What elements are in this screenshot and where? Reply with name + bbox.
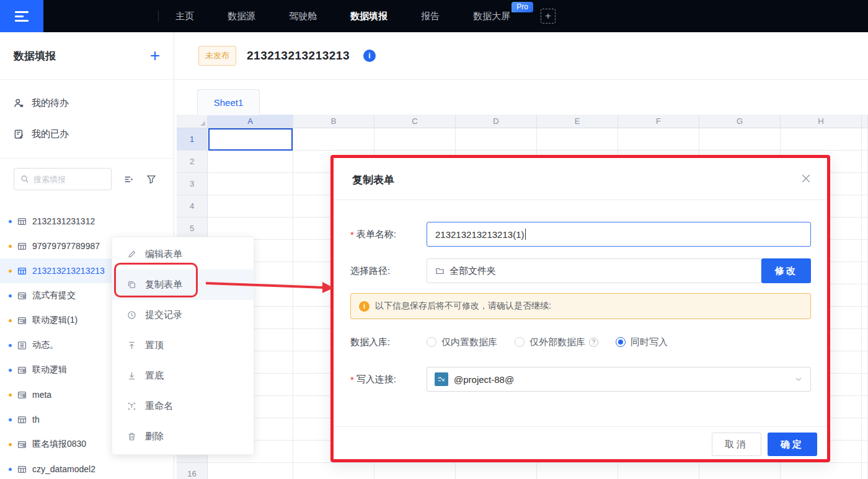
form-name-input[interactable]: 213213213213213(1): [427, 222, 811, 247]
modify-path-button[interactable]: 修改: [761, 258, 811, 283]
radio-option-仅外部数据库[interactable]: 仅外部数据库?: [515, 336, 598, 348]
row-header-4[interactable]: 4: [177, 195, 208, 218]
row-header-16[interactable]: 16: [177, 463, 208, 479]
cell[interactable]: [862, 463, 868, 479]
selected-cell-a1[interactable]: [208, 128, 293, 151]
search-box[interactable]: [14, 168, 112, 190]
edit-icon: [127, 250, 136, 259]
search-input[interactable]: [33, 175, 102, 184]
column-header-G[interactable]: G: [699, 115, 781, 128]
cell[interactable]: [862, 284, 868, 307]
cell[interactable]: [374, 463, 456, 479]
add-module-icon[interactable]: +: [541, 9, 556, 24]
cell[interactable]: [862, 151, 868, 173]
confirm-button[interactable]: 确定: [768, 433, 817, 456]
cell[interactable]: [862, 396, 868, 418]
nav-item-数据源[interactable]: 数据源: [211, 0, 272, 32]
column-header-H[interactable]: H: [781, 115, 862, 128]
row-header-3[interactable]: 3: [177, 173, 208, 195]
storage-label: 数据入库:: [350, 330, 423, 354]
help-icon[interactable]: ?: [589, 338, 598, 347]
cell[interactable]: [456, 128, 537, 151]
cell[interactable]: [862, 351, 868, 374]
column-header-A[interactable]: A: [208, 115, 293, 128]
filter-icon[interactable]: [146, 175, 156, 184]
column-header-F[interactable]: F: [618, 115, 699, 128]
cell[interactable]: [862, 441, 868, 463]
cell[interactable]: [862, 173, 868, 195]
cell[interactable]: [537, 128, 618, 151]
copy-icon: [127, 280, 136, 289]
pro-badge: Pro: [512, 2, 533, 12]
column-header-E[interactable]: E: [537, 115, 618, 128]
list-item[interactable]: czy_datamodel2: [0, 457, 173, 479]
required-asterisk: *: [350, 229, 354, 240]
list-item[interactable]: 2132131231312: [0, 217, 173, 234]
dialog-title: 复制表单: [352, 173, 394, 187]
connection-select[interactable]: @project-88@: [427, 367, 811, 392]
cell[interactable]: [862, 195, 868, 218]
menu-item-删除[interactable]: 删除: [112, 421, 254, 452]
cell[interactable]: [208, 151, 293, 173]
column-header-C[interactable]: C: [374, 115, 456, 128]
nav-items: 主页数据源驾驶舱数据填报报告数据大屏Pro: [159, 0, 527, 32]
cell[interactable]: [862, 218, 868, 240]
cell[interactable]: [537, 463, 618, 479]
cell[interactable]: [208, 173, 293, 195]
menu-item-复制表单[interactable]: 复制表单: [112, 270, 254, 300]
cell[interactable]: [456, 463, 537, 479]
warning-info-icon: i: [359, 301, 370, 312]
cell[interactable]: [862, 374, 868, 396]
cell[interactable]: [862, 128, 868, 151]
menu-item-置顶[interactable]: 置顶: [112, 330, 254, 361]
storage-radio-group: 仅内置数据库仅外部数据库?同时写入: [427, 330, 668, 354]
radio-checked-icon: [616, 337, 626, 347]
nav-item-报告[interactable]: 报告: [404, 0, 456, 32]
cell[interactable]: [862, 262, 868, 284]
dialog-header: 复制表单: [334, 158, 827, 200]
nav-item-驾驶舱[interactable]: 驾驶舱: [272, 0, 334, 32]
cell[interactable]: [618, 463, 699, 479]
info-icon[interactable]: i: [363, 50, 376, 62]
app-logo-menu-icon[interactable]: [0, 0, 43, 32]
menu-item-提交记录[interactable]: 提交记录: [112, 300, 254, 330]
path-value-box[interactable]: 全部文件夹: [427, 258, 761, 283]
menu-item-置底[interactable]: 置底: [112, 361, 254, 391]
collapse-list-icon[interactable]: [124, 175, 134, 184]
cell[interactable]: [781, 463, 862, 479]
cell[interactable]: [699, 463, 781, 479]
sheet-tab[interactable]: Sheet1: [197, 89, 260, 115]
cell[interactable]: [374, 128, 456, 151]
cell[interactable]: [862, 329, 868, 351]
cell[interactable]: [781, 128, 862, 151]
nav-item-主页[interactable]: 主页: [159, 0, 211, 32]
close-icon[interactable]: [801, 174, 811, 183]
cell[interactable]: [208, 195, 293, 218]
row-header-1[interactable]: 1: [177, 128, 208, 151]
cell[interactable]: [293, 128, 374, 151]
column-header-D[interactable]: D: [456, 115, 537, 128]
cell[interactable]: [862, 240, 868, 262]
column-header-overflow: [862, 115, 868, 128]
sidebar-item-我的待办[interactable]: 我的待办: [0, 87, 174, 118]
nav-item-数据大屏[interactable]: 数据大屏Pro: [456, 0, 527, 32]
select-all-cell[interactable]: [177, 115, 208, 128]
radio-option-同时写入[interactable]: 同时写入: [616, 336, 668, 348]
radio-option-label: 仅内置数据库: [441, 336, 497, 348]
cell[interactable]: [862, 418, 868, 441]
column-header-B[interactable]: B: [293, 115, 374, 128]
cell[interactable]: [862, 307, 868, 329]
cell[interactable]: [699, 128, 781, 151]
list-item-label: 联动逻辑(1): [32, 315, 78, 326]
sidebar-item-我的已办[interactable]: 我的已办: [0, 118, 174, 149]
cell[interactable]: [208, 463, 293, 479]
add-form-button[interactable]: +: [150, 49, 160, 63]
radio-option-仅内置数据库[interactable]: 仅内置数据库: [427, 336, 497, 348]
nav-item-数据填报[interactable]: 数据填报: [334, 0, 404, 32]
menu-item-编辑表单[interactable]: 编辑表单: [112, 239, 254, 270]
menu-item-重命名[interactable]: 重命名: [112, 391, 254, 421]
cancel-button[interactable]: 取消: [712, 433, 761, 456]
cell[interactable]: [293, 463, 374, 479]
row-header-2[interactable]: 2: [177, 151, 208, 173]
cell[interactable]: [618, 128, 699, 151]
